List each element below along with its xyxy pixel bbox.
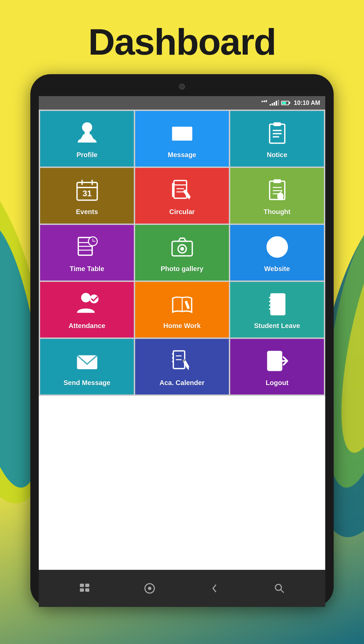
notice-label: Notice bbox=[267, 151, 287, 159]
homework-label: Home Work bbox=[163, 322, 201, 330]
page-title: Dashboard bbox=[0, 20, 364, 63]
tile-acalendar[interactable]: Aca. Calender bbox=[135, 339, 229, 394]
circular-icon bbox=[169, 177, 195, 204]
tile-homework[interactable]: Home Work bbox=[135, 282, 229, 338]
svg-rect-6 bbox=[264, 100, 265, 102]
studentleave-label: Student Leave bbox=[254, 322, 300, 330]
svg-rect-5 bbox=[262, 101, 263, 102]
logout-label: Logout bbox=[266, 379, 289, 387]
tile-thought[interactable]: Thought bbox=[230, 168, 324, 224]
svg-rect-53 bbox=[184, 301, 189, 309]
svg-point-34 bbox=[277, 193, 283, 200]
svg-rect-75 bbox=[80, 588, 84, 592]
studentleave-icon bbox=[264, 291, 291, 318]
thought-label: Thought bbox=[264, 208, 291, 216]
tile-events[interactable]: 31 Events bbox=[40, 168, 134, 224]
events-label: Events bbox=[76, 208, 98, 216]
tile-studentleave[interactable]: Student Leave bbox=[230, 282, 324, 338]
tablet-camera bbox=[179, 84, 185, 90]
circular-label: Circular bbox=[169, 208, 195, 216]
svg-text:31: 31 bbox=[82, 189, 91, 198]
tile-profile[interactable]: Profile bbox=[40, 111, 134, 167]
website-icon bbox=[264, 234, 291, 261]
svg-rect-7 bbox=[266, 100, 267, 102]
tablet-screen: 10:10 AM Profile Message Notice bbox=[39, 96, 325, 570]
svg-rect-30 bbox=[273, 179, 281, 183]
svg-rect-74 bbox=[85, 584, 89, 587]
tablet-nav bbox=[39, 570, 325, 607]
website-label: Website bbox=[264, 265, 290, 273]
svg-rect-22 bbox=[174, 180, 187, 198]
profile-label: Profile bbox=[77, 151, 97, 159]
thought-icon bbox=[264, 177, 291, 204]
status-bar: 10:10 AM bbox=[39, 96, 325, 110]
logout-icon bbox=[264, 348, 291, 375]
tablet-frame: 10:10 AM Profile Message Notice bbox=[30, 74, 334, 607]
events-icon: 31 bbox=[73, 177, 100, 204]
tile-sendmessage[interactable]: Send Message bbox=[40, 339, 134, 394]
svg-point-50 bbox=[81, 293, 90, 302]
svg-rect-13 bbox=[273, 122, 281, 126]
nav-recent-button[interactable] bbox=[76, 580, 93, 597]
svg-line-80 bbox=[281, 590, 283, 592]
svg-rect-76 bbox=[85, 588, 89, 592]
sendmessage-icon bbox=[73, 348, 100, 375]
attendance-label: Attendance bbox=[69, 322, 105, 330]
svg-rect-10 bbox=[172, 127, 192, 141]
tile-logout[interactable]: Logout bbox=[230, 339, 324, 394]
wifi-icon bbox=[261, 100, 268, 106]
tile-attendance[interactable]: Attendance bbox=[40, 282, 134, 338]
tile-photogallery[interactable]: Photo gallery bbox=[135, 225, 229, 281]
attendance-icon bbox=[73, 291, 100, 318]
svg-point-44 bbox=[180, 247, 184, 251]
message-icon bbox=[169, 120, 195, 147]
tile-website[interactable]: Website bbox=[230, 225, 324, 281]
timetable-label: Time Table bbox=[70, 265, 104, 273]
message-label: Message bbox=[168, 151, 196, 159]
sendmessage-label: Send Message bbox=[64, 379, 111, 387]
signal-icon bbox=[270, 100, 279, 106]
homework-icon bbox=[169, 291, 195, 318]
notice-icon bbox=[264, 120, 291, 147]
app-grid: Profile Message Notice 31 Events bbox=[39, 110, 325, 396]
nav-home-button[interactable] bbox=[141, 580, 158, 597]
tile-notice[interactable]: Notice bbox=[230, 111, 324, 167]
nav-back-button[interactable] bbox=[206, 580, 223, 597]
tile-message[interactable]: Message bbox=[135, 111, 229, 167]
acalendar-icon bbox=[169, 348, 195, 375]
status-time: 10:10 AM bbox=[294, 99, 320, 107]
nav-search-button[interactable] bbox=[271, 580, 288, 597]
profile-icon bbox=[73, 120, 100, 147]
tile-circular[interactable]: Circular bbox=[135, 168, 229, 224]
photogallery-label: Photo gallery bbox=[161, 265, 204, 273]
svg-rect-73 bbox=[80, 584, 84, 587]
svg-point-8 bbox=[82, 122, 92, 133]
battery-icon bbox=[281, 101, 289, 105]
photogallery-icon bbox=[169, 234, 195, 261]
tile-timetable[interactable]: Time Table bbox=[40, 225, 134, 281]
svg-point-78 bbox=[148, 587, 151, 590]
timetable-icon bbox=[73, 234, 100, 261]
acalendar-label: Aca. Calender bbox=[159, 379, 204, 387]
